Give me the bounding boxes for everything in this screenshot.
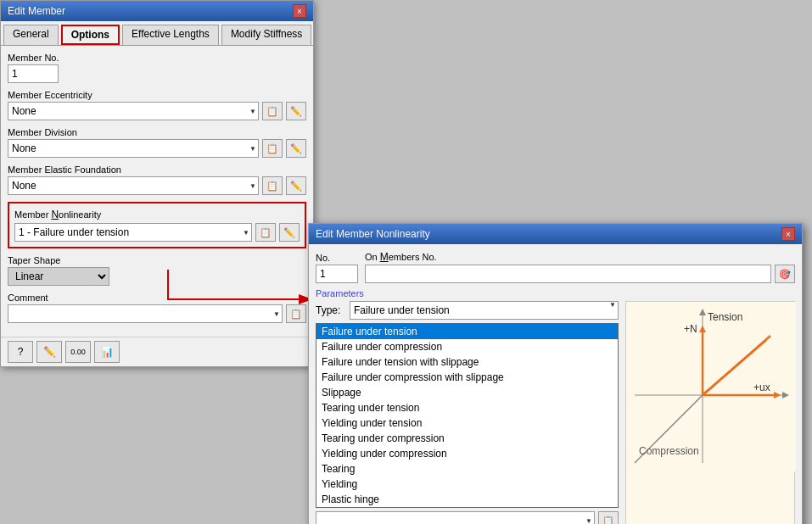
dropdown-item-11[interactable]: Plastic hinge — [316, 492, 618, 507]
comment-btn[interactable]: 📋 — [286, 304, 306, 323]
member-eccentricity-label: Member Eccentricity — [8, 90, 306, 100]
member-nonlinearity-section: Member Nonlinearity 1 - Failure under te… — [8, 202, 306, 248]
member-no-group: Member No. — [8, 53, 306, 83]
nl-no-label: No. — [316, 253, 358, 263]
dropdown-item-2[interactable]: Failure under tension with slippage — [316, 354, 618, 370]
nl-no-group: No. — [316, 253, 358, 283]
params-label: Parameters — [316, 288, 795, 298]
tab-modify-stiffness[interactable]: Modify Stiffness — [221, 25, 311, 45]
nl-dialog-close-btn[interactable]: × — [781, 227, 795, 241]
nl-members-icon-btn[interactable]: 🎯 — [775, 265, 795, 283]
params-section: Parameters Type: Failure under tension ▼ — [316, 288, 795, 524]
nl-members-input[interactable] — [365, 265, 771, 283]
tab-options[interactable]: Options — [61, 25, 120, 45]
edit-member-toolbar: ? ✏️ 0.00 📊 — [1, 337, 313, 366]
nonlinearity-dialog: Edit Member Nonlinearity × No. On Member… — [308, 223, 803, 524]
comment-label: Comment — [8, 293, 306, 303]
number-btn[interactable]: 0.00 — [65, 341, 91, 363]
table-btn[interactable]: 📊 — [94, 341, 120, 363]
elastic-btn-2[interactable]: ✏️ — [286, 176, 306, 195]
svg-text:+N: +N — [684, 323, 697, 335]
nl-bottom-row: ▼ 📋 — [316, 511, 619, 524]
edit-member-title: Edit Member — [8, 5, 65, 17]
tab-general[interactable]: General — [3, 25, 59, 45]
nl-no-input[interactable] — [316, 265, 358, 283]
nl-dialog-content: No. On Members No. 🎯 Parameters Type: — [309, 244, 802, 524]
tab-bar: General Options Effective Lengths Modify… — [1, 21, 313, 46]
dropdown-item-10[interactable]: Yielding — [316, 477, 618, 492]
nonlinearity-btn-2[interactable]: ✏️ — [279, 223, 300, 242]
member-elastic-foundation-group: Member Elastic Foundation None ▼ 📋 ✏️ — [8, 164, 306, 195]
type-dropdown-list: Failure under tension Failure under comp… — [316, 323, 619, 508]
type-row: Type: Failure under tension ▼ — [316, 301, 619, 320]
nl-dialog-title: Edit Member Nonlinearity — [316, 228, 430, 240]
member-division-label: Member Division — [8, 127, 306, 137]
nl-chart-svg: Tension +ux +N Compression — [626, 302, 796, 471]
nl-members-label: On Members No. — [365, 251, 795, 263]
edit-member-content: Member No. Member Eccentricity None ▼ 📋 … — [1, 46, 313, 337]
edit-btn[interactable]: ✏️ — [36, 341, 62, 363]
member-nonlinearity-label: Member Nonlinearity — [14, 209, 300, 220]
edit-member-dialog: Edit Member × General Options Effective … — [0, 0, 314, 367]
comment-dropdown[interactable] — [8, 304, 283, 323]
nl-left-panel: Type: Failure under tension ▼ Failure un… — [316, 301, 619, 524]
nonlinearity-btn-1[interactable]: 📋 — [255, 223, 276, 242]
nl-top-row: No. On Members No. 🎯 — [316, 251, 795, 283]
dropdown-item-6[interactable]: Yielding under tension — [316, 415, 618, 431]
taper-shape-label: Taper Shape — [8, 255, 306, 265]
dropdown-item-7[interactable]: Tearing under compression — [316, 431, 618, 446]
member-elastic-foundation-dropdown[interactable]: None — [8, 176, 259, 195]
dropdown-item-5[interactable]: Tearing under tension — [316, 400, 618, 415]
comment-section: Comment ▼ 📋 — [8, 293, 306, 323]
dropdown-item-3[interactable]: Failure under compression with slippage — [316, 370, 618, 385]
division-btn-1[interactable]: 📋 — [262, 139, 283, 158]
dropdown-item-4[interactable]: Slippage — [316, 385, 618, 400]
dropdown-item-1[interactable]: Failure under compression — [316, 339, 618, 354]
nl-bottom-dropdown[interactable] — [316, 511, 595, 524]
eccentricity-btn-2[interactable]: ✏️ — [286, 102, 306, 120]
nl-bottom-icon-btn[interactable]: 📋 — [598, 511, 619, 524]
dropdown-item-8[interactable]: Yielding under compression — [316, 446, 618, 461]
type-dropdown-wrapper: Failure under tension ▼ — [350, 301, 619, 320]
help-btn[interactable]: ? — [8, 341, 33, 363]
svg-text:+ux: +ux — [753, 382, 770, 393]
member-division-dropdown[interactable]: None — [8, 139, 259, 158]
nl-chart-area: Tension +ux +N Compression — [625, 301, 795, 524]
tab-effective-lengths[interactable]: Effective Lengths — [122, 25, 219, 45]
svg-text:Compression: Compression — [639, 445, 699, 457]
type-label: Type: — [316, 304, 346, 316]
member-elastic-foundation-label: Member Elastic Foundation — [8, 164, 306, 175]
member-eccentricity-dropdown[interactable]: None — [8, 102, 259, 120]
division-btn-2[interactable]: ✏️ — [286, 139, 306, 158]
svg-text:Tension: Tension — [708, 311, 742, 323]
dropdown-item-0[interactable]: Failure under tension — [316, 324, 618, 339]
type-dropdown[interactable]: Failure under tension — [350, 301, 619, 320]
edit-member-close-btn[interactable]: × — [293, 4, 306, 18]
taper-shape-dropdown[interactable]: Linear — [8, 267, 109, 286]
member-eccentricity-group: Member Eccentricity None ▼ 📋 ✏️ — [8, 90, 306, 120]
member-no-input[interactable] — [8, 64, 59, 83]
nl-main-area: Type: Failure under tension ▼ Failure un… — [316, 301, 795, 524]
taper-shape-section: Taper Shape Linear — [8, 255, 306, 286]
eccentricity-btn-1[interactable]: 📋 — [262, 102, 283, 120]
elastic-btn-1[interactable]: 📋 — [262, 176, 283, 195]
nl-dialog-titlebar: Edit Member Nonlinearity × — [309, 224, 802, 244]
edit-member-titlebar: Edit Member × — [1, 1, 313, 21]
dropdown-item-9[interactable]: Tearing — [316, 461, 618, 477]
member-division-group: Member Division None ▼ 📋 ✏️ — [8, 127, 306, 158]
member-nonlinearity-dropdown[interactable]: 1 - Failure under tension — [14, 223, 252, 242]
nl-members-group: On Members No. 🎯 — [365, 251, 795, 283]
member-no-label: Member No. — [8, 53, 306, 63]
